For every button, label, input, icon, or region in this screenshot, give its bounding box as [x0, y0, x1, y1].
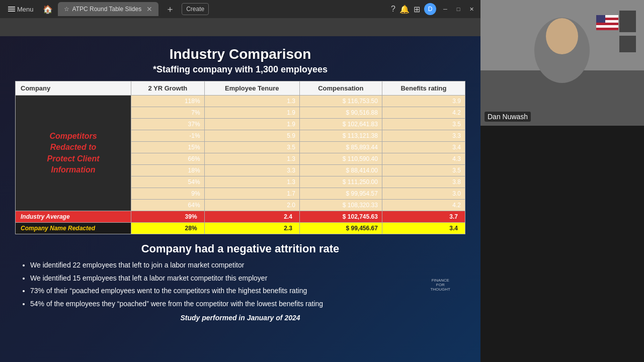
- bell-icon[interactable]: 🔔: [399, 5, 410, 14]
- comp-cell: $ 111,250.00: [299, 176, 382, 188]
- tenure-cell: 1.3: [204, 153, 299, 165]
- industry-avg-row: Industry Average 39% 2.4 $ 102,745.63 3.…: [16, 211, 465, 223]
- svg-rect-9: [619, 10, 636, 33]
- tenure-cell: 5.9: [204, 130, 299, 142]
- growth-cell: 66%: [131, 153, 205, 165]
- menu-label: Menu: [17, 6, 34, 13]
- tenure-cell: 1.9: [204, 107, 299, 119]
- bullet-item: 54% of the employees they “poached” were…: [30, 299, 465, 309]
- webcam-person: Dan Nuwash: [480, 0, 644, 126]
- tenure-cell: 1.3: [204, 96, 299, 107]
- benefits-cell: 4.3: [382, 153, 465, 165]
- benefits-cell: 3.8: [382, 176, 465, 188]
- comp-cell: $ 90,516.88: [299, 107, 382, 119]
- comparison-table: Company 2 YR Growth Employee Tenure Comp…: [15, 81, 465, 234]
- benefits-cell: 3.3: [382, 130, 465, 142]
- growth-cell: 118%: [131, 96, 205, 107]
- col-header-company: Company: [16, 81, 131, 96]
- svg-point-3: [546, 18, 578, 54]
- bullet-item: 73% of their “poached employees went to …: [30, 286, 465, 296]
- table-header-row: Company 2 YR Growth Employee Tenure Comp…: [16, 81, 465, 96]
- tab-label: ATPC Round Table Slides: [72, 6, 142, 13]
- comp-cell: $ 108,320.33: [299, 200, 382, 211]
- webcam-background: [480, 126, 644, 362]
- new-tab-button[interactable]: ＋: [162, 1, 179, 17]
- create-button[interactable]: Create: [182, 3, 209, 15]
- avg-tenure: 2.4: [204, 211, 299, 223]
- comp-cell: $ 113,121.38: [299, 130, 382, 142]
- hamburger-icon: [8, 7, 15, 12]
- finance-logo: FINANCEFORTHOUGHT: [430, 278, 450, 292]
- tab-bar-right: ? 🔔 ⊞ D ─ □ ✕: [391, 3, 476, 15]
- tenure-cell: 2.0: [204, 200, 299, 211]
- tenure-cell: 3.5: [204, 142, 299, 153]
- comp-cell: $ 102,641.83: [299, 119, 382, 130]
- tab-close-button[interactable]: ✕: [146, 5, 152, 13]
- tab-bar: Menu 🏠 ☆ ATPC Round Table Slides ✕ ＋ Cre…: [0, 0, 480, 18]
- active-tab[interactable]: ☆ ATPC Round Table Slides ✕: [58, 2, 159, 16]
- maximize-button[interactable]: □: [453, 4, 463, 14]
- company-growth: 28%: [131, 223, 205, 234]
- study-note: Study performed in January of 2024: [15, 314, 465, 322]
- col-header-compensation: Compensation: [299, 81, 382, 96]
- bullet-list: We identified 22 employees that left to …: [15, 260, 465, 309]
- slide-content: Industry Comparison *Staffing company wi…: [15, 46, 465, 322]
- avg-benefits: 3.7: [382, 211, 465, 223]
- comp-cell: $ 99,954.57: [299, 188, 382, 200]
- bullets-section: Company had a negative attrition rate We…: [15, 242, 465, 322]
- growth-cell: 9%: [131, 188, 205, 200]
- bullet-item: We identified 22 employees that left to …: [30, 260, 465, 270]
- avg-label: Industry Average: [16, 211, 131, 223]
- comp-cell: $ 88,414.00: [299, 165, 382, 176]
- growth-cell: 64%: [131, 200, 205, 211]
- benefits-cell: 3.4: [382, 142, 465, 153]
- bullet-item: We identified 15 employees that left a l…: [30, 274, 465, 284]
- company-name-label: Company Name Redacted: [16, 223, 131, 234]
- webcam-panel: Dan Nuwash: [480, 0, 644, 362]
- benefits-cell: 3.5: [382, 119, 465, 130]
- minimize-button[interactable]: ─: [440, 4, 450, 14]
- slide-subtitle: *Staffing company with 1,300 employees: [15, 64, 465, 75]
- benefits-cell: 3.5: [382, 165, 465, 176]
- growth-cell: 18%: [131, 165, 205, 176]
- benefits-cell: 4.2: [382, 200, 465, 211]
- svg-rect-8: [596, 15, 605, 23]
- webcam-person-name: Dan Nuwash: [485, 112, 531, 122]
- window-controls: ─ □ ✕: [440, 4, 476, 14]
- company-comp: $ 99,456.67: [299, 223, 382, 234]
- webcam-video: Dan Nuwash: [480, 0, 644, 126]
- benefits-cell: 3.0: [382, 188, 465, 200]
- growth-cell: 7%: [131, 107, 205, 119]
- col-header-growth: 2 YR Growth: [131, 81, 205, 96]
- avg-growth: 39%: [131, 211, 205, 223]
- tab-bar-left: Menu 🏠 ☆ ATPC Round Table Slides ✕ ＋ Cre…: [4, 1, 209, 17]
- create-label: Create: [186, 6, 204, 13]
- company-tenure: 2.3: [204, 223, 299, 234]
- col-header-benefits: Benefits rating: [382, 81, 465, 96]
- tab-star-icon: ☆: [64, 6, 69, 13]
- growth-cell: 15%: [131, 142, 205, 153]
- close-button[interactable]: ✕: [466, 4, 476, 14]
- nav-bar: [0, 18, 480, 36]
- company-name-row: Company Name Redacted 28% 2.3 $ 99,456.6…: [16, 223, 465, 234]
- home-button[interactable]: 🏠: [41, 3, 55, 16]
- help-icon[interactable]: ?: [391, 5, 395, 14]
- comp-cell: $ 116,753.50: [299, 96, 382, 107]
- benefits-cell: 3.9: [382, 96, 465, 107]
- growth-cell: -1%: [131, 130, 205, 142]
- bullets-title: Company had a negative attrition rate: [15, 242, 465, 255]
- tenure-cell: 3.3: [204, 165, 299, 176]
- tenure-cell: 1.7: [204, 188, 299, 200]
- browser-window: Menu 🏠 ☆ ATPC Round Table Slides ✕ ＋ Cre…: [0, 0, 480, 362]
- avg-comp: $ 102,745.63: [299, 211, 382, 223]
- table-row: CompetitorsRedacted toProtect ClientInfo…: [16, 96, 465, 107]
- user-avatar[interactable]: D: [424, 3, 436, 15]
- slide: Industry Comparison *Staffing company wi…: [0, 36, 480, 362]
- company-benefits: 3.4: [382, 223, 465, 234]
- growth-cell: 54%: [131, 176, 205, 188]
- comp-cell: $ 85,893.44: [299, 142, 382, 153]
- slide-area: Industry Comparison *Staffing company wi…: [0, 36, 480, 362]
- redacted-text: CompetitorsRedacted toProtect ClientInfo…: [20, 131, 127, 176]
- menu-button[interactable]: Menu: [4, 4, 38, 15]
- grid-icon[interactable]: ⊞: [414, 5, 420, 14]
